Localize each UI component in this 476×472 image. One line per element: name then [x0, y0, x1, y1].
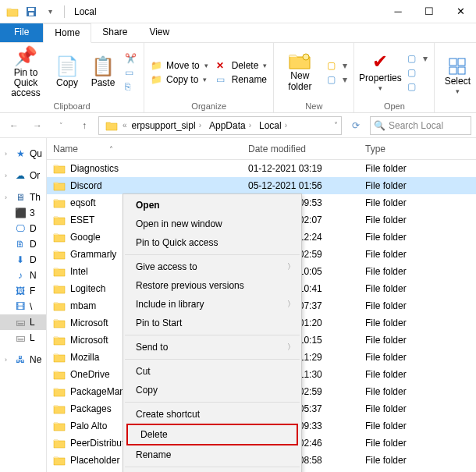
newfolder-button[interactable]: New folder: [279, 48, 321, 98]
newitem-icon: ▢: [327, 60, 339, 71]
column-headers[interactable]: Name Date modified Type: [47, 138, 476, 160]
crumb-1[interactable]: erpsupport_sipl›: [129, 120, 204, 131]
nav-item[interactable]: 🗎D: [0, 236, 46, 252]
chevron-right-icon: 〉: [287, 261, 295, 272]
file-type: File folder: [365, 163, 476, 174]
open-mini[interactable]: ▢▾: [406, 52, 429, 65]
search-placeholder: Search Local: [389, 120, 443, 131]
search-box[interactable]: 🔍 Search Local: [370, 116, 471, 135]
pin-quick-access-button[interactable]: 📌 Pin to Quick access: [5, 48, 47, 98]
nav-item[interactable]: 🖴L: [0, 314, 46, 330]
ctx-create-shortcut[interactable]: Create shortcut: [123, 405, 301, 424]
nav-item[interactable]: 🖼F: [0, 283, 46, 299]
ctx-label: Open: [136, 200, 160, 211]
nav-item[interactable]: ⬇D: [0, 252, 46, 268]
ctx-copy[interactable]: Copy: [123, 381, 301, 399]
tab-share[interactable]: Share: [91, 23, 138, 42]
file-type: File folder: [365, 352, 476, 363]
tab-view[interactable]: View: [138, 23, 180, 42]
close-button[interactable]: ✕: [445, 0, 476, 23]
file-name: Palo Alto: [70, 421, 107, 431]
nav-item[interactable]: ›★Qu: [0, 146, 46, 161]
easyaccess-mini[interactable]: ▢▾: [325, 73, 349, 86]
ctx-rename[interactable]: Rename: [123, 445, 301, 464]
refresh-button[interactable]: ⟳: [346, 116, 365, 135]
ctx-separator: [125, 467, 300, 467]
moveto-button[interactable]: 📁Move to: [149, 59, 210, 72]
forward-button[interactable]: →: [28, 116, 47, 135]
nav-item[interactable]: ›☁Or: [0, 168, 46, 183]
rename-button[interactable]: ▭Rename: [215, 73, 269, 86]
nav-item[interactable]: ›🖥Th: [0, 190, 46, 205]
select-button[interactable]: Select ▾: [439, 52, 475, 102]
nav-item[interactable]: 🎞\: [0, 299, 46, 314]
ctx-label: Create shortcut: [136, 409, 200, 420]
file-name: Logitech: [70, 283, 105, 294]
col-name[interactable]: Name: [53, 144, 248, 154]
ctx-restore-versions[interactable]: Restore previous versions: [123, 276, 301, 295]
moveto-icon: 📁: [151, 60, 163, 71]
delete-button[interactable]: ✕Delete: [215, 59, 269, 72]
nav-item[interactable]: 🖵D: [0, 221, 46, 236]
file-type: File folder: [365, 455, 476, 466]
edit-icon: ▢: [407, 67, 420, 78]
ctx-delete[interactable]: Delete: [126, 424, 298, 445]
ctx-open-new-window[interactable]: Open in new window: [123, 215, 301, 233]
copy-path-mini[interactable]: ▭: [123, 66, 139, 79]
file-name: Placeholder: [70, 455, 119, 466]
file-type: File folder: [365, 215, 476, 225]
nav-item[interactable]: ⬛3: [0, 205, 46, 221]
col-date[interactable]: Date modified: [248, 144, 365, 154]
nav-label: N: [30, 270, 37, 281]
nav-label: D: [30, 239, 37, 250]
tab-home[interactable]: Home: [43, 23, 91, 43]
table-row[interactable]: Diagnostics01-12-2021 03:19File folder: [47, 160, 476, 177]
nav-icon: 🖥: [14, 192, 27, 203]
up-button[interactable]: ↑: [75, 116, 94, 135]
rename-icon: ▭: [216, 74, 229, 85]
crumb-2[interactable]: AppData›: [206, 120, 254, 131]
nav-item[interactable]: ›🖧Ne: [0, 352, 46, 367]
ctx-pin-start[interactable]: Pin to Start: [123, 314, 301, 332]
back-button[interactable]: ←: [5, 116, 23, 135]
paste-shortcut-mini[interactable]: ⎘: [123, 80, 139, 93]
group-label-select: [435, 111, 476, 112]
folder-icon: [53, 421, 66, 431]
recent-dropdown[interactable]: ˅: [52, 116, 70, 135]
history-mini[interactable]: ▢: [406, 80, 429, 93]
table-row[interactable]: Discord05-12-2021 01:56File folder: [47, 177, 476, 194]
nav-icon: 🖵: [14, 223, 27, 234]
paste-icon: 📋: [91, 56, 115, 76]
tab-file[interactable]: File: [0, 23, 43, 42]
copy-button[interactable]: 📄 Copy: [52, 48, 83, 98]
nav-item[interactable]: ♪N: [0, 268, 46, 283]
edit-mini[interactable]: ▢: [406, 66, 429, 79]
svg-rect-7: [458, 67, 465, 74]
newitem-mini[interactable]: ▢▾: [325, 59, 349, 72]
nav-icon: 🗎: [14, 239, 27, 250]
paste-button[interactable]: 📋 Paste: [87, 48, 119, 98]
file-type: File folder: [365, 386, 476, 397]
properties-button[interactable]: ✔ Properties ▾: [359, 48, 401, 98]
copyto-button[interactable]: 📁Copy to: [149, 73, 210, 86]
crumb-dropdown-icon[interactable]: ˅: [334, 121, 338, 130]
ctx-label: Pin to Quick access: [136, 237, 218, 248]
ctx-cut[interactable]: Cut: [123, 362, 301, 381]
breadcrumb[interactable]: « erpsupport_sipl› AppData› Local› ˅: [98, 116, 342, 135]
ctx-give-access[interactable]: Give access to〉: [123, 257, 301, 276]
cut-mini[interactable]: ✂️: [123, 52, 139, 65]
save-icon[interactable]: [24, 5, 38, 19]
minimize-button[interactable]: ─: [382, 0, 414, 23]
context-menu: Open Open in new window Pin to Quick acc…: [123, 193, 302, 472]
maximize-button[interactable]: ☐: [414, 0, 445, 23]
quickaccess-dropdown-icon[interactable]: ▾: [43, 5, 57, 19]
ctx-pin-quick[interactable]: Pin to Quick access: [123, 233, 301, 252]
col-type[interactable]: Type: [365, 144, 476, 154]
ctx-include-library[interactable]: Include in library〉: [123, 295, 301, 314]
ctx-send-to[interactable]: Send to〉: [123, 338, 301, 357]
crumb-3[interactable]: Local›: [256, 120, 290, 131]
ctx-open[interactable]: Open: [123, 196, 301, 215]
navigation-pane[interactable]: ›★Qu›☁Or›🖥Th⬛3🖵D🗎D⬇D♪N🖼F🎞\🖴L🖴L›🖧Ne: [0, 138, 47, 472]
pin-label: Pin to Quick access: [5, 68, 47, 99]
nav-item[interactable]: 🖴L: [0, 330, 46, 346]
